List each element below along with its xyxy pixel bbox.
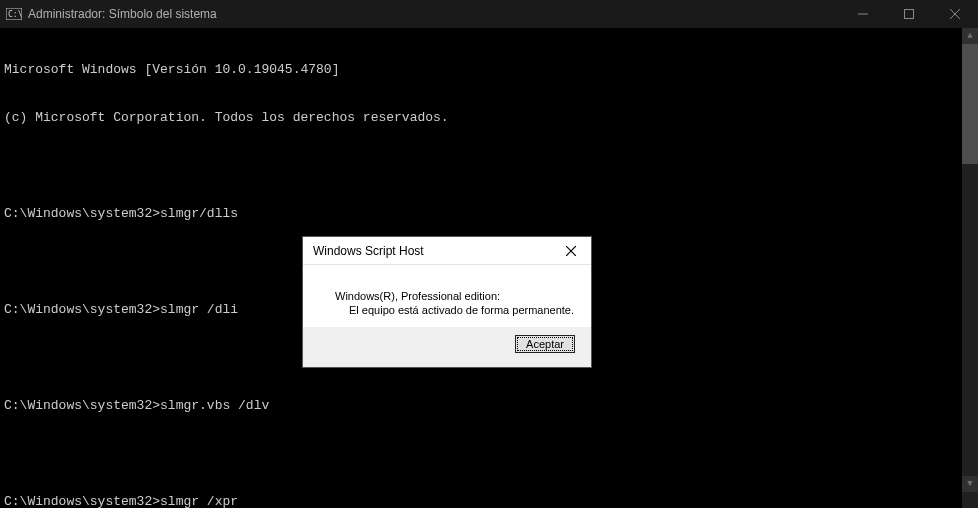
svg-text:C:\: C:\ bbox=[8, 10, 22, 19]
console-blank bbox=[4, 446, 958, 462]
console-line: C:\Windows\system32>slmgr/dlls bbox=[4, 206, 958, 222]
window-controls bbox=[840, 0, 978, 28]
scrollbar-up-button[interactable]: ▲ bbox=[962, 28, 978, 44]
dialog-message: Windows(R), Professional edition: El equ… bbox=[303, 265, 591, 327]
window-title: Administrador: Símbolo del sistema bbox=[28, 7, 217, 21]
vertical-scrollbar[interactable]: ▲ ▼ bbox=[962, 28, 978, 492]
dialog-text-line: El equipo está activado de forma permane… bbox=[335, 303, 575, 317]
window-titlebar: C:\ Administrador: Símbolo del sistema bbox=[0, 0, 978, 28]
console-line: C:\Windows\system32>slmgr /xpr bbox=[4, 494, 958, 508]
scrollbar-corner bbox=[962, 492, 978, 508]
ok-button[interactable]: Aceptar bbox=[515, 335, 575, 353]
cmd-icon: C:\ bbox=[6, 7, 22, 21]
dialog-titlebar[interactable]: Windows Script Host bbox=[303, 237, 591, 265]
minimize-button[interactable] bbox=[840, 0, 886, 28]
dialog-text-line: Windows(R), Professional edition: bbox=[335, 289, 575, 303]
wsh-dialog: Windows Script Host Windows(R), Professi… bbox=[302, 236, 592, 368]
svg-rect-3 bbox=[905, 10, 914, 19]
dialog-title: Windows Script Host bbox=[313, 244, 424, 258]
scrollbar-thumb[interactable] bbox=[962, 44, 978, 164]
scrollbar-down-button[interactable]: ▼ bbox=[962, 476, 978, 492]
close-button[interactable] bbox=[932, 0, 978, 28]
console-line: C:\Windows\system32>slmgr.vbs /dlv bbox=[4, 398, 958, 414]
dialog-close-button[interactable] bbox=[551, 237, 591, 265]
console-line: (c) Microsoft Corporation. Todos los der… bbox=[4, 110, 958, 126]
dialog-footer: Aceptar bbox=[303, 327, 591, 367]
console-line: Microsoft Windows [Versión 10.0.19045.47… bbox=[4, 62, 958, 78]
console-blank bbox=[4, 158, 958, 174]
maximize-button[interactable] bbox=[886, 0, 932, 28]
